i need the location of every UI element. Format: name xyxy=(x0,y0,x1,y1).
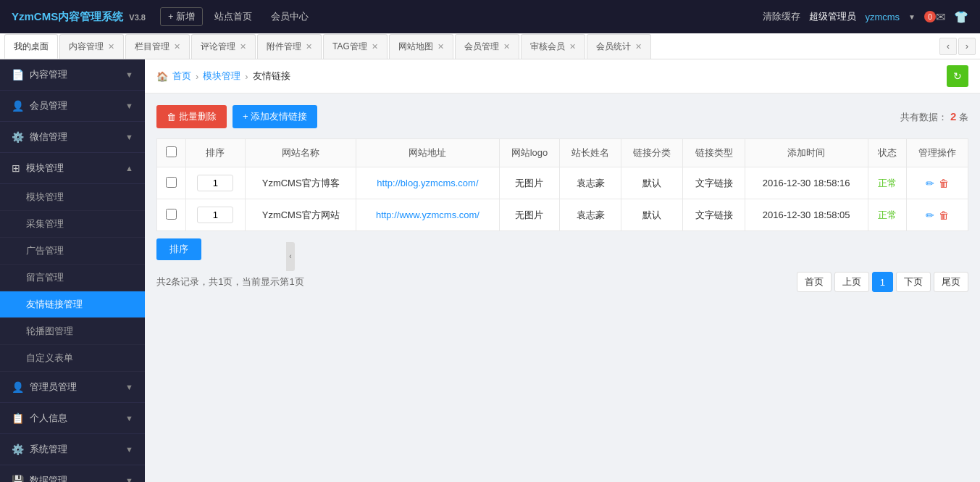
sidebar-item-collect-mgmt[interactable]: 采集管理 xyxy=(0,211,145,238)
clear-cache-button[interactable]: 清除缓存 xyxy=(763,10,800,23)
group-label: 数据管理 xyxy=(30,474,125,482)
group-label: 个人信息 xyxy=(30,412,125,425)
tab-next-button[interactable]: › xyxy=(958,38,976,55)
last-page-button[interactable]: 尾页 xyxy=(934,272,968,292)
group-label: 管理员管理 xyxy=(30,381,125,394)
sidebar-item-carousel-mgmt[interactable]: 轮播图管理 xyxy=(0,318,145,345)
pagination-area: 共2条记录，共1页，当前显示第1页 首页 上页 1 下页 尾页 xyxy=(156,272,968,292)
tab-close-icon[interactable]: ✕ xyxy=(306,42,312,51)
tab-close-icon[interactable]: ✕ xyxy=(635,42,642,51)
select-all-checkbox[interactable] xyxy=(166,146,177,157)
delete-icon[interactable]: 🗑 xyxy=(939,178,949,189)
tab-desktop[interactable]: 我的桌面 xyxy=(4,34,58,59)
row2-status: 正常 xyxy=(868,199,906,231)
th-url: 网站地址 xyxy=(356,139,500,167)
tab-tag[interactable]: TAG管理 ✕ xyxy=(323,34,388,59)
add-friendlink-button[interactable]: + 添加友情链接 xyxy=(233,105,317,128)
add-button[interactable]: + 新增 xyxy=(160,7,203,26)
breadcrumb-home[interactable]: 首页 xyxy=(172,70,191,83)
app-logo: YzmCMS内容管理系统 V3.8 xyxy=(12,10,146,24)
sidebar-group-data[interactable]: 💾 数据管理 ▼ xyxy=(0,465,145,482)
sidebar-group-module[interactable]: ⊞ 模块管理 ▲ xyxy=(0,153,145,184)
next-page-button[interactable]: 下页 xyxy=(896,272,931,292)
breadcrumb: 🏠 首页 › 模块管理 › 友情链接 xyxy=(156,70,290,83)
tab-close-icon[interactable]: ✕ xyxy=(372,42,378,51)
mail-icon[interactable]: ✉ xyxy=(936,10,945,24)
refresh-button[interactable]: ↻ xyxy=(947,65,968,87)
edit-icon[interactable]: ✏ xyxy=(926,209,934,221)
sidebar-item-module-mgmt[interactable]: 模块管理 xyxy=(0,184,145,211)
breadcrumb-current: 友情链接 xyxy=(253,70,290,83)
breadcrumb-module[interactable]: 模块管理 xyxy=(203,70,240,83)
page-info: 共2条记录，共1页，当前显示第1页 xyxy=(156,275,304,288)
row2-rank xyxy=(185,199,246,231)
tab-close-icon[interactable]: ✕ xyxy=(240,42,246,51)
tab-nav-buttons: ‹ › xyxy=(939,38,976,55)
tab-close-icon[interactable]: ✕ xyxy=(503,42,510,51)
tab-member[interactable]: 会员管理 ✕ xyxy=(455,34,519,59)
group-label: 模块管理 xyxy=(26,162,125,175)
current-page-button[interactable]: 1 xyxy=(872,272,893,292)
tab-attachment[interactable]: 附件管理 ✕ xyxy=(257,34,322,59)
username-link[interactable]: yzmcms xyxy=(865,12,900,22)
tab-close-icon[interactable]: ✕ xyxy=(437,42,444,51)
table-header-row: 排序 网站名称 网站地址 网站logo 站长姓名 链接分类 链接类型 添加时间 … xyxy=(157,139,968,167)
row-checkbox[interactable] xyxy=(166,177,177,188)
tab-sitemap[interactable]: 网站地图 ✕ xyxy=(389,34,453,59)
sidebar-item-friendlink-mgmt[interactable]: 友情链接管理 xyxy=(0,291,145,318)
tab-bar: 我的桌面 内容管理 ✕ 栏目管理 ✕ 评论管理 ✕ 附件管理 ✕ TAG管理 ✕… xyxy=(0,33,980,59)
sidebar-group-profile[interactable]: 📋 个人信息 ▼ xyxy=(0,403,145,434)
sidebar-group-content[interactable]: 📄 内容管理 ▼ xyxy=(0,59,145,91)
sidebar-group-admin[interactable]: 👤 管理员管理 ▼ xyxy=(0,372,145,403)
prev-page-button[interactable]: 上页 xyxy=(834,272,869,292)
row1-url[interactable]: http://blog.yzmcms.com/ xyxy=(356,167,500,199)
group-label: 会员管理 xyxy=(30,99,125,112)
row2-url[interactable]: http://www.yzmcms.com/ xyxy=(356,199,500,231)
tab-comment[interactable]: 评论管理 ✕ xyxy=(191,34,256,59)
sort-button[interactable]: 排序 xyxy=(156,238,201,260)
system-icon: ⚙️ xyxy=(12,444,24,455)
row-checkbox[interactable] xyxy=(166,209,177,220)
tab-stats[interactable]: 会员统计 ✕ xyxy=(587,34,651,59)
sidebar-group-system[interactable]: ⚙️ 系统管理 ▼ xyxy=(0,434,145,465)
tab-label: 会员管理 xyxy=(464,41,499,53)
rank-input[interactable] xyxy=(197,175,233,191)
tab-close-icon[interactable]: ✕ xyxy=(174,42,180,51)
add-label: + 添加友情链接 xyxy=(243,110,307,123)
tab-label: 会员统计 xyxy=(596,41,631,53)
shirt-icon[interactable]: 👕 xyxy=(954,10,968,24)
tab-audit[interactable]: 审核会员 ✕ xyxy=(521,34,585,59)
row2-actions: ✏ 🗑 xyxy=(906,199,968,231)
tab-close-icon[interactable]: ✕ xyxy=(108,42,114,51)
row2-name: YzmCMS官方网站 xyxy=(246,199,356,231)
sidebar-collapse-button[interactable]: ‹ xyxy=(286,242,295,271)
sidebar-item-custom-form[interactable]: 自定义表单 xyxy=(0,345,145,372)
mail-badge: 0 xyxy=(924,11,936,22)
row1-owner: 袁志豪 xyxy=(560,167,621,199)
th-addtime: 添加时间 xyxy=(745,139,868,167)
tab-prev-button[interactable]: ‹ xyxy=(939,38,957,55)
delete-icon[interactable]: 🗑 xyxy=(939,209,949,221)
row1-status: 正常 xyxy=(868,167,906,199)
sidebar-item-comment-mgmt[interactable]: 留言管理 xyxy=(0,265,145,291)
tab-column[interactable]: 栏目管理 ✕ xyxy=(125,34,190,59)
th-checkbox xyxy=(157,139,186,167)
member-center-link[interactable]: 会员中心 xyxy=(264,7,316,26)
sidebar-group-member[interactable]: 👤 会员管理 ▼ xyxy=(0,91,145,122)
breadcrumb-sep: › xyxy=(196,71,198,82)
tab-content[interactable]: 内容管理 ✕ xyxy=(59,34,124,59)
sidebar-item-ad-mgmt[interactable]: 广告管理 xyxy=(0,238,145,265)
edit-icon[interactable]: ✏ xyxy=(926,178,934,189)
first-page-button[interactable]: 首页 xyxy=(797,272,832,292)
batch-delete-button[interactable]: 🗑 批量删除 xyxy=(156,105,227,128)
rank-input[interactable] xyxy=(197,207,233,223)
chevron-down-icon: ▼ xyxy=(125,414,133,423)
mail-area: 0 ✉ xyxy=(924,10,945,24)
tab-label: 审核会员 xyxy=(530,41,565,53)
tab-label: 评论管理 xyxy=(201,41,235,53)
sidebar-group-wechat[interactable]: ⚙️ 微信管理 ▼ xyxy=(0,122,145,153)
home-link[interactable]: 站点首页 xyxy=(207,7,259,26)
chevron-down-icon: ▼ xyxy=(125,101,133,110)
tab-close-icon[interactable]: ✕ xyxy=(569,42,576,51)
chevron-down-icon: ▼ xyxy=(125,70,133,79)
